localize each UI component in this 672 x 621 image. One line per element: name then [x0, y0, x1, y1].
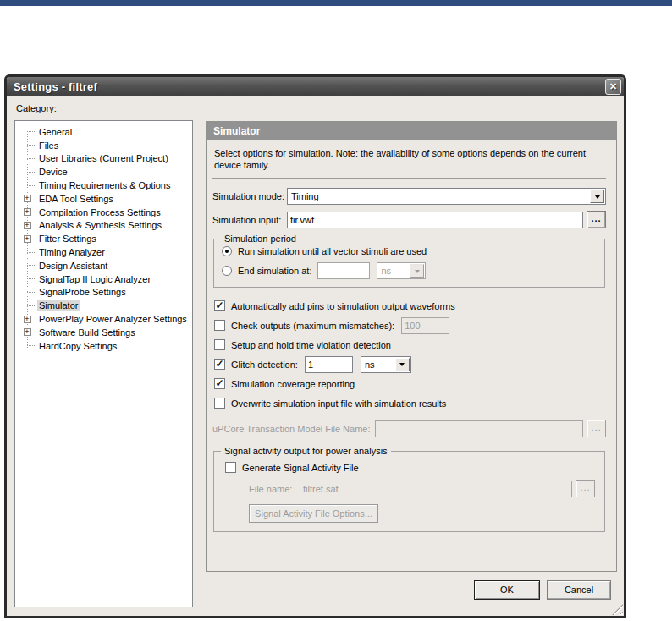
saf-file-label: File name:	[249, 484, 300, 494]
option-row: Overwrite simulation input file with sim…	[212, 393, 606, 413]
checkbox[interactable]: ✓	[214, 378, 225, 389]
tree-connector	[19, 172, 35, 173]
cancel-button[interactable]: Cancel	[547, 580, 611, 600]
tree-item[interactable]: User Libraries (Current Project)	[15, 152, 192, 166]
plus-icon: +	[24, 316, 31, 323]
simulation-input-row: Simulation input: ...	[212, 211, 606, 228]
panel-header: Simulator	[207, 122, 616, 140]
checkbox[interactable]: ✓	[214, 300, 225, 311]
dropdown-button[interactable]	[395, 358, 410, 371]
upcore-browse-button: ...	[587, 420, 606, 437]
expand-plus-icon[interactable]: +	[19, 208, 35, 216]
checkbox[interactable]: ✓	[214, 359, 225, 370]
plus-icon: +	[24, 235, 31, 243]
end-simulation-time-field	[317, 262, 370, 279]
simulation-input-label: Simulation input:	[212, 215, 287, 225]
tree-item[interactable]: HardCopy Settings	[15, 339, 192, 353]
expand-plus-icon[interactable]: +	[19, 195, 35, 202]
tree-connector	[19, 158, 35, 159]
simulation-mode-select[interactable]: Timing	[287, 188, 606, 205]
dotted-connector	[27, 158, 35, 159]
plus-icon: +	[24, 208, 31, 216]
expand-plus-icon[interactable]: +	[19, 328, 35, 336]
tree-connector	[19, 345, 35, 346]
dotted-connector	[27, 278, 35, 279]
category-tree: GeneralFilesUser Libraries (Current Proj…	[14, 120, 193, 607]
tree-item[interactable]: +Software Build Settings	[15, 326, 192, 339]
tree-item[interactable]: +PowerPlay Power Analyzer Settings	[15, 312, 192, 326]
option-row: ✓Simulation coverage reporting	[212, 374, 606, 393]
end-simulation-label: End simulation at:	[238, 266, 311, 276]
tree-item[interactable]: Timing Requirements & Options	[15, 179, 192, 192]
top-accent-bar	[0, 0, 672, 6]
ok-button[interactable]: OK	[474, 580, 540, 600]
dropdown-button	[410, 264, 424, 278]
option-row: ✓Automatically add pins to simulation ou…	[212, 296, 606, 316]
signal-activity-group: Signal activity output for power analysi…	[213, 451, 605, 532]
generate-saf-checkbox[interactable]	[225, 462, 236, 473]
tree-item-label: Simulator	[37, 300, 80, 311]
dropdown-button[interactable]	[590, 190, 604, 203]
tree-item[interactable]: Simulator	[15, 299, 192, 312]
radio-end-simulation[interactable]	[222, 266, 232, 276]
simulation-period-title: Simulation period	[221, 234, 300, 244]
tree-item[interactable]: Files	[15, 139, 192, 152]
option-label: Setup and hold time violation detection	[231, 340, 391, 350]
end-simulation-unit-select: ns	[377, 262, 426, 279]
tree-item[interactable]: Design Assistant	[15, 259, 192, 272]
tree-item[interactable]: +Analysis & Synthesis Settings	[15, 219, 192, 233]
option-row: ✓Glitch detection:ns	[212, 354, 606, 374]
chevron-down-icon	[415, 270, 420, 276]
dotted-connector	[27, 292, 35, 293]
run-simulation-label: Run simulation until all vector stimuli …	[238, 246, 427, 256]
checkbox[interactable]	[214, 398, 225, 409]
close-icon: ✕	[609, 81, 617, 92]
tree-item-label: Design Assistant	[37, 260, 109, 272]
run-simulation-radio-row: Run simulation until all vector stimuli …	[222, 244, 604, 259]
end-simulation-unit-value: ns	[377, 266, 409, 276]
option-unit-select-value: ns	[361, 360, 394, 370]
expand-plus-icon[interactable]: +	[19, 222, 35, 229]
tree-item-label: SignalProbe Settings	[37, 286, 128, 298]
close-button[interactable]: ✕	[605, 79, 621, 95]
dotted-connector	[27, 265, 35, 266]
tree-item[interactable]: SignalTap II Logic Analyzer	[15, 272, 192, 286]
tree-item-label: Files	[37, 140, 60, 151]
dialog-titlebar[interactable]: Settings - filtref ✕	[7, 77, 624, 96]
option-field	[401, 317, 449, 334]
tree-item[interactable]: +EDA Tool Settings	[15, 192, 192, 206]
tree-item[interactable]: Device	[15, 165, 192, 179]
checkbox[interactable]	[214, 339, 225, 350]
simulation-input-field[interactable]	[287, 212, 583, 228]
resize-grip[interactable]	[612, 604, 623, 615]
simulation-input-browse-button[interactable]: ...	[587, 211, 606, 228]
tree-connector	[19, 252, 35, 253]
tree-item[interactable]: General	[15, 125, 192, 139]
tree-connector	[19, 278, 35, 279]
plus-icon: +	[24, 328, 31, 336]
option-label: Glitch detection:	[231, 360, 298, 370]
expand-plus-icon[interactable]: +	[19, 316, 35, 323]
tree-item-label: Timing Analyzer	[37, 246, 107, 258]
signal-activity-title: Signal activity output for power analysi…	[221, 446, 391, 456]
plus-icon: +	[24, 222, 31, 229]
tree-connector	[19, 305, 35, 306]
checkbox[interactable]	[214, 320, 225, 331]
tree-connector	[19, 185, 35, 186]
tree-item[interactable]: +Compilation Process Settings	[15, 206, 192, 219]
dotted-connector	[27, 345, 35, 346]
settings-dialog: Settings - filtref ✕ Category: GeneralFi…	[4, 74, 626, 618]
tree-item[interactable]: Timing Analyzer	[15, 245, 192, 259]
dotted-connector	[27, 305, 35, 306]
tree-item[interactable]: +Fitter Settings	[15, 232, 192, 245]
expand-plus-icon[interactable]: +	[19, 235, 35, 243]
option-row: Setup and hold time violation detection	[212, 335, 606, 354]
generate-saf-row: Generate Signal Activity File	[223, 460, 595, 475]
option-unit-select[interactable]: ns	[361, 356, 411, 373]
radio-run-simulation[interactable]	[222, 246, 232, 256]
tree-item[interactable]: SignalProbe Settings	[15, 286, 192, 300]
dotted-connector	[27, 252, 35, 253]
option-field[interactable]	[305, 356, 353, 373]
saf-file-field	[300, 481, 572, 497]
tree-item-label: EDA Tool Settings	[37, 193, 115, 205]
